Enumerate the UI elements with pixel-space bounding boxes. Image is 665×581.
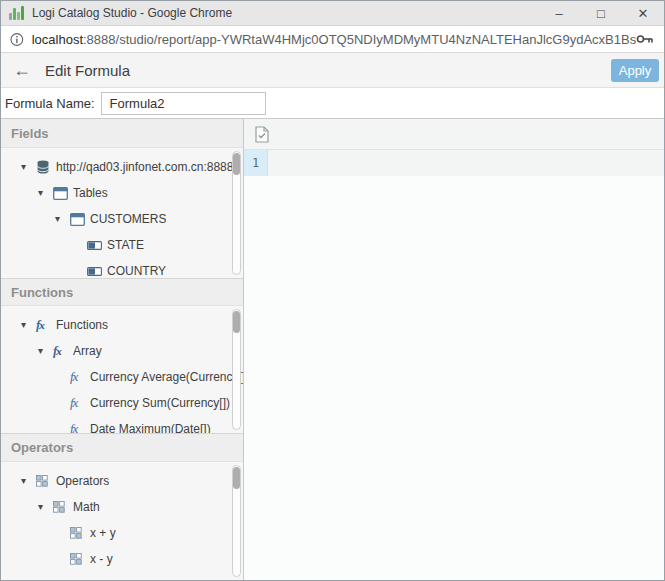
back-arrow-icon[interactable]: ← (13, 61, 31, 79)
tree-item-label: Math (73, 500, 100, 514)
close-button[interactable]: ✕ (622, 1, 664, 25)
functions-tree: ▾fxFunctions▾fxArrayfxCurrency Average(C… (1, 306, 243, 433)
tree-item-operators[interactable]: ▾Operators (1, 468, 243, 494)
tree-item-x-y[interactable]: x + y (1, 520, 243, 546)
function-icon: fx (70, 369, 77, 385)
fields-panel-header: Fields (1, 119, 243, 148)
page-info-icon[interactable] (10, 32, 24, 47)
operators-scrollbar[interactable] (232, 465, 241, 577)
tree-item-label: Operators (56, 474, 109, 488)
expand-collapse-icon[interactable]: ▾ (38, 502, 53, 512)
tree-item-label: Array (73, 344, 102, 358)
window-titlebar: Logi Catalog Studio - Google Chrome – □ … (1, 1, 664, 26)
editor-active-line: 1 (244, 150, 664, 176)
window-title: Logi Catalog Studio - Google Chrome (32, 6, 232, 20)
formula-name-label: Formula Name: (5, 96, 95, 111)
editor-body[interactable]: 1 (244, 150, 664, 580)
tree-item-label: STATE (107, 238, 144, 252)
validate-formula-icon (255, 126, 269, 143)
expand-collapse-icon[interactable]: ▾ (21, 320, 36, 330)
tree-item-x-y[interactable]: x - y (1, 546, 243, 572)
operator-grid-icon (70, 553, 82, 565)
tree-item-math[interactable]: ▾Math (1, 494, 243, 520)
tree-item-tables[interactable]: ▾Tables (1, 180, 243, 206)
functions-folder-icon: fx (36, 317, 44, 333)
expand-collapse-icon[interactable]: ▾ (55, 214, 70, 224)
functions-folder-icon: fx (53, 343, 61, 359)
table-icon (53, 187, 68, 200)
operator-grid-icon (36, 475, 48, 487)
tree-item-label: Functions (56, 318, 108, 332)
tree-item-customers[interactable]: ▾CUSTOMERS (1, 206, 243, 232)
line-number-gutter: 1 (244, 150, 268, 176)
browser-window: Logi Catalog Studio - Google Chrome – □ … (0, 0, 665, 581)
formula-name-row: Formula Name: (1, 88, 664, 119)
tree-item-state[interactable]: STATE (1, 232, 243, 258)
functions-scrollbar[interactable] (232, 309, 241, 430)
field-icon (87, 267, 102, 276)
expand-collapse-icon[interactable]: ▾ (21, 162, 36, 172)
page-title: Edit Formula (45, 62, 130, 79)
tree-item-label: Date Maximum(Date[]) (90, 422, 211, 433)
table-icon (70, 213, 85, 226)
maximize-button[interactable]: □ (580, 1, 622, 25)
tree-item-label: Currency Sum(Currency[]) (90, 396, 230, 410)
operators-scrollbar-thumb[interactable] (233, 467, 240, 489)
operators-panel-header: Operators (1, 433, 243, 462)
tree-item-country[interactable]: COUNTRY (1, 258, 243, 278)
address-url[interactable]: localhost:8888/studio/report/app-YWRtaW4… (32, 32, 636, 47)
expand-collapse-icon[interactable]: ▾ (38, 188, 53, 198)
url-path: :8888/studio/report/app-YWRtaW4HMjc0OTQ5… (83, 32, 636, 47)
operator-grid-icon (53, 501, 65, 513)
formula-name-input[interactable] (101, 92, 266, 115)
function-icon: fx (70, 395, 77, 411)
fields-panel-title: Fields (11, 126, 49, 141)
left-panel: Fields ▾http://qad03.jinfonet.com.cn:888… (1, 119, 244, 580)
fields-tree: ▾http://qad03.jinfonet.com.cn:8888▾Table… (1, 148, 243, 278)
fields-scrollbar[interactable] (232, 151, 241, 275)
tree-item-currency-sum-currency[interactable]: fxCurrency Sum(Currency[]) (1, 390, 243, 416)
url-host: localhost (32, 32, 83, 47)
function-icon: fx (70, 421, 77, 433)
tree-item-http-qad03-jinfonet-com-cn-8888[interactable]: ▾http://qad03.jinfonet.com.cn:8888 (1, 154, 243, 180)
app-chart-icon (9, 6, 24, 20)
tree-item-label: COUNTRY (107, 264, 166, 278)
tree-item-label: x + y (90, 526, 116, 540)
tree-item-currency-average-currency[interactable]: fxCurrency Average(Currency[]) (1, 364, 243, 390)
expand-collapse-icon[interactable]: ▾ (21, 476, 36, 486)
expand-collapse-icon[interactable]: ▾ (38, 346, 53, 356)
tree-item-label: Currency Average(Currency[]) (90, 370, 243, 384)
operator-grid-icon (70, 527, 82, 539)
url-bar[interactable]: localhost:8888/studio/report/app-YWRtaW4… (1, 26, 664, 53)
fields-scrollbar-thumb[interactable] (233, 153, 240, 175)
tree-item-label: CUSTOMERS (90, 212, 166, 226)
database-icon (36, 160, 50, 174)
tree-item-array[interactable]: ▾fxArray (1, 338, 243, 364)
validate-formula-button[interactable] (252, 123, 272, 145)
operators-panel-title: Operators (11, 440, 73, 455)
minimize-button[interactable]: – (538, 1, 580, 25)
tree-item-date-maximum-date[interactable]: fxDate Maximum(Date[]) (1, 416, 243, 433)
field-icon (87, 241, 102, 250)
tree-item-label: x - y (90, 552, 113, 566)
editor-toolbar (244, 119, 664, 150)
page-header: ← Edit Formula Apply (1, 53, 664, 88)
tree-item-label: Tables (73, 186, 108, 200)
functions-scrollbar-thumb[interactable] (233, 311, 240, 333)
functions-panel-title: Functions (11, 285, 73, 300)
functions-panel-header: Functions (1, 278, 243, 306)
key-icon[interactable] (636, 33, 654, 45)
editor-line-content[interactable] (268, 150, 664, 176)
tree-item-label: http://qad03.jinfonet.com.cn:8888 (56, 160, 233, 174)
apply-button[interactable]: Apply (611, 59, 659, 82)
tree-item-functions[interactable]: ▾fxFunctions (1, 312, 243, 338)
formula-editor: 1 (244, 119, 664, 580)
operators-tree: ▾Operators▾Mathx + yx - y (1, 462, 243, 580)
